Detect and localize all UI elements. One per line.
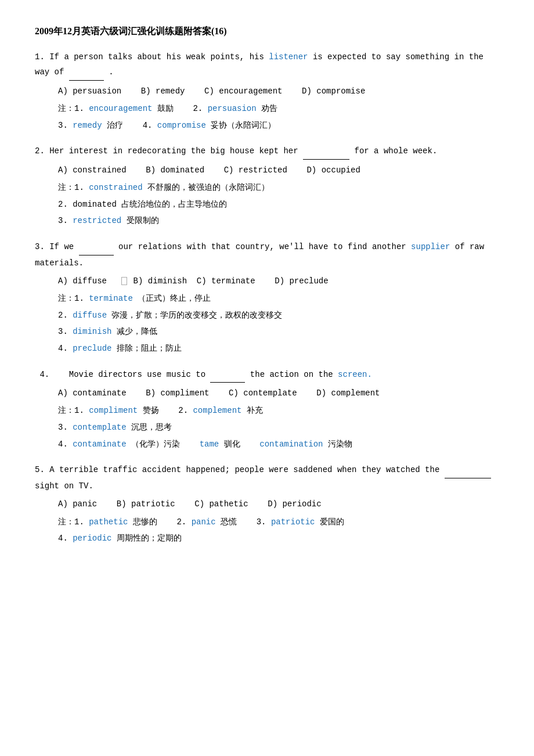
q2-note-restricted: restricted <box>73 216 121 225</box>
q1-note-persuasion: persuasion <box>208 104 257 113</box>
q2-note-3: 3. restricted 受限制的 <box>58 213 499 229</box>
q4-note-2: 3. contemplate 沉思，思考 <box>58 420 499 435</box>
q4-note-compliment: compliment <box>89 406 138 415</box>
q5-note-pathetic: pathetic <box>89 517 128 527</box>
q4-note-contaminate: contaminate <box>73 440 126 449</box>
question-2: 2. Her interest in redecorating the big … <box>35 143 499 229</box>
q5-note-2: 4. periodic 周期性的；定期的 <box>58 531 499 546</box>
q3-note-3: 3. diminish 减少，降低 <box>58 324 499 340</box>
q1-note-2: 3. remedy 治疗 4. compromise 妥协（永陪词汇） <box>58 118 499 134</box>
q3-note-diffuse: diffuse <box>73 311 107 320</box>
q1-note-1: 注：1. encouragement 鼓励 2. persuasion 劝告 <box>58 101 499 117</box>
q3-blank <box>79 239 114 255</box>
q4-highlight-screen: screen. <box>338 370 372 379</box>
q2-note-2: 2. dominated 占统治地位的，占主导地位的 <box>58 197 499 213</box>
q1-blank <box>69 64 104 81</box>
question-5: 5. A terrible traffic accident happened;… <box>35 462 499 546</box>
q1-text: 1. If a person talks about his weak poin… <box>35 49 499 81</box>
q5-note-panic: panic <box>192 517 216 527</box>
question-4: 4. Movie directors use music to the acti… <box>35 367 499 452</box>
q4-note-contamination: contamination <box>259 440 323 449</box>
q3-highlight-supplier: supplier <box>411 242 450 251</box>
q5-note-patriotic: patriotic <box>271 517 315 527</box>
question-list: 1. If a person talks about his weak poin… <box>35 49 499 546</box>
q4-note-contemplate: contemplate <box>73 423 126 432</box>
q3-note-2: 2. diffuse 弥漫，扩散；学历的改变移交，政权的改变移交 <box>58 308 499 323</box>
question-3: 3. If we our relations with that country… <box>35 239 499 357</box>
q1-note-compromise: compromise <box>157 121 206 130</box>
q3-note-preclude: preclude <box>73 344 111 353</box>
q1-highlight-listener: listener <box>269 52 308 62</box>
q3-note-4: 4. preclude 排除；阻止；防止 <box>58 341 499 357</box>
q3-text: 3. If we our relations with that country… <box>35 239 499 271</box>
q3-note-terminate: terminate <box>89 294 133 303</box>
q4-text: 4. Movie directors use music to the acti… <box>35 367 499 383</box>
q3-note-diminish: diminish <box>73 327 111 336</box>
q4-note-1: 注：1. compliment 赞扬 2. complement 补充 <box>58 403 499 419</box>
q2-note-1: 注：1. constrained 不舒服的，被强迫的（永陪词汇） <box>58 180 499 196</box>
q2-options: A) constrained B) dominated C) restricte… <box>58 163 499 178</box>
q2-note-constrained: constrained <box>89 183 142 192</box>
q5-note-1: 注：1. pathetic 悲惨的 2. panic 恐慌 3. patriot… <box>58 514 499 530</box>
q5-options: A) panic B) patriotic C) pathetic D) per… <box>58 497 499 512</box>
q4-note-3: 4. contaminate （化学）污染 tame 驯化 contaminat… <box>58 437 499 452</box>
q5-blank <box>445 462 491 478</box>
q4-note-complement: complement <box>193 406 241 415</box>
q4-blank <box>210 367 245 383</box>
q3-note-1: 注：1. terminate （正式）终止，停止 <box>58 291 499 307</box>
q4-options: A) contaminate B) compliment C) contempl… <box>58 386 499 401</box>
question-1: 1. If a person talks about his weak poin… <box>35 49 499 134</box>
q5-note-periodic: periodic <box>73 534 111 543</box>
q1-note-remedy: remedy <box>73 121 102 130</box>
q1-options: A) persuasion B) remedy C) encouragement… <box>58 84 499 99</box>
q4-note-tame: tame <box>200 440 219 449</box>
q5-text: 5. A terrible traffic accident happened;… <box>35 462 499 494</box>
q3-options: A) diffuse B) diminish C) terminate D) p… <box>58 274 499 289</box>
q1-note-encouragement: encouragement <box>89 104 152 113</box>
q2-text: 2. Her interest in redecorating the big … <box>35 143 499 160</box>
q2-blank <box>303 143 349 160</box>
page-title: 2009年12月英语六级词汇强化训练题附答案(16) <box>35 23 499 40</box>
